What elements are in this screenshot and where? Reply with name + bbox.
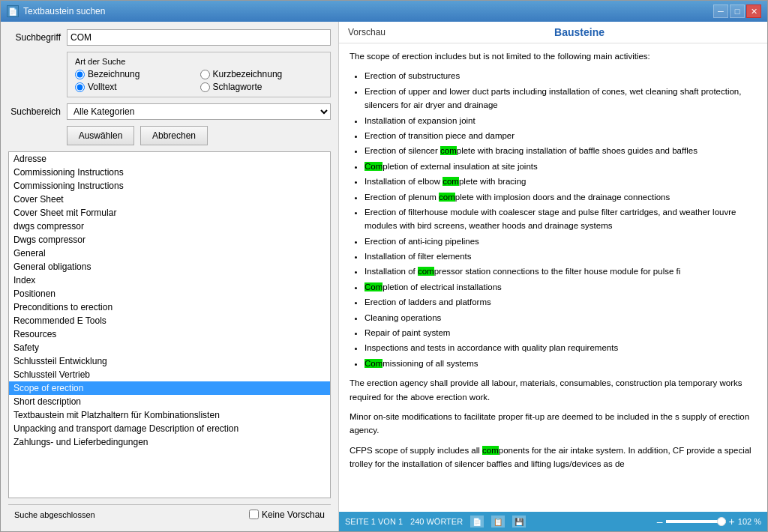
window-title: Textbaustein suchen — [23, 6, 105, 16]
list-item: Erection of ladders and platforms — [364, 295, 757, 309]
list-item[interactable]: Unpacking and transport damage Descripti… — [9, 422, 330, 435]
radio-kurzbezeichnung: Kurzbezeichnung — [200, 69, 323, 79]
bezeichnung-label: Bezeichnung — [88, 69, 140, 79]
radio-schlagworte: Schlagworte — [200, 82, 323, 92]
suchbegriff-input[interactable] — [67, 29, 331, 46]
highlight-com: Com — [364, 162, 382, 171]
suchbegriff-label: Suchbegriff — [8, 32, 61, 43]
doc-status-bar: SEITE 1 VON 1 240 WÖRTER 📄 📋 💾 – + 102 % — [339, 512, 767, 531]
zoom-value: 102 % — [738, 517, 761, 526]
radio-bezeichnung: Bezeichnung — [75, 69, 198, 79]
left-panel: Suchbegriff Art der Suche Bezeichnung Ku… — [1, 22, 338, 531]
main-window: 📄 Textbaustein suchen ─ □ ✕ Suchbegriff … — [0, 0, 768, 532]
preview-header: Vorschau Bausteine — [339, 22, 767, 43]
list-item[interactable]: Short description — [9, 395, 330, 408]
list-item[interactable]: Commissioning Instructions — [9, 166, 330, 179]
preview-content[interactable]: The scope of erection includes but is no… — [339, 43, 767, 512]
list-item[interactable]: Cover Sheet — [9, 193, 330, 206]
highlight-com: com — [442, 177, 459, 186]
list-item[interactable]: Zahlungs- und Lieferbedingungen — [9, 435, 330, 449]
zoom-slider-thumb[interactable] — [717, 517, 726, 526]
kurzbezeichnung-label: Kurzbezeichnung — [213, 69, 283, 79]
list-item: Installation of elbow complete with brac… — [364, 175, 757, 188]
preview-label: Vorschau — [348, 27, 386, 37]
list-item: Installation of filter elements — [364, 250, 757, 263]
list-item[interactable]: Positionen — [9, 287, 330, 300]
list-item: Erection of plenum complete with implosi… — [364, 190, 757, 204]
title-bar-buttons: ─ □ ✕ — [713, 4, 761, 18]
list-item: Erection of anti-icing pipelines — [364, 235, 757, 248]
app-icon: 📄 — [7, 5, 19, 17]
zoom-slider-fill — [666, 520, 720, 523]
list-item[interactable]: Safety — [9, 341, 330, 354]
auswahlen-button[interactable]: Auswählen — [67, 126, 134, 145]
list-item: Completion of electrical installations — [364, 280, 757, 294]
keine-vorschau-item: Keine Vorschau — [249, 510, 325, 520]
list-item: Inspections and tests in accordance with… — [364, 341, 757, 354]
schlagworte-label: Schlagworte — [213, 82, 262, 92]
intro-text: The scope of erection includes but is no… — [350, 49, 757, 63]
para1: The erection agency shall provide all la… — [350, 376, 757, 404]
list-item: Erection of upper and lower duct parts i… — [364, 85, 757, 112]
list-item[interactable]: Schlussteil Vertrieb — [9, 368, 330, 381]
highlight-com: com — [418, 267, 434, 276]
keine-vorschau-checkbox[interactable] — [249, 510, 259, 519]
list-item[interactable]: dwgs compressor — [9, 220, 330, 233]
list-item[interactable]: Schlussteil Entwicklung — [9, 354, 330, 368]
bullet-list: Erection of substructures Erection of up… — [364, 69, 757, 370]
list-item[interactable]: Commissioning Instructions — [9, 179, 330, 193]
zoom-minus[interactable]: – — [657, 516, 663, 528]
list-item[interactable]: Preconditions to erection — [9, 300, 330, 314]
list-item: Erection of filterhouse module with coal… — [364, 205, 757, 233]
highlight-com: Com — [364, 359, 382, 368]
suchbereich-row: Suchbereich Alle Kategorien — [8, 103, 331, 120]
item-list[interactable]: Adresse Commissioning Instructions Commi… — [8, 151, 331, 498]
abbrechen-button[interactable]: Abbrechen — [140, 126, 208, 145]
word-count: 240 WÖRTER — [410, 517, 463, 526]
suchbereich-label: Suchbereich — [8, 106, 61, 117]
list-item[interactable]: General — [9, 247, 330, 260]
bausteine-title: Bausteine — [400, 26, 758, 38]
doc-icon-1[interactable]: 📄 — [470, 516, 484, 528]
list-item: Cleaning operations — [364, 311, 757, 324]
close-button[interactable]: ✕ — [746, 4, 761, 18]
page-info: SEITE 1 VON 1 — [345, 517, 403, 526]
doc-icon-2[interactable]: 📋 — [491, 516, 505, 528]
list-item: Installation of expansion joint — [364, 114, 757, 127]
list-item[interactable]: Recommended E Tools — [9, 314, 330, 327]
zoom-bar: – + 102 % — [657, 516, 761, 528]
title-bar: 📄 Textbaustein suchen ─ □ ✕ — [1, 1, 767, 22]
list-item: Erection of transition piece and damper — [364, 129, 757, 142]
suchbegriff-row: Suchbegriff — [8, 29, 331, 46]
zoom-plus[interactable]: + — [729, 516, 735, 528]
list-item[interactable]: Textbaustein mit Platzhaltern für Kombin… — [9, 408, 330, 422]
art-der-suche-label: Art der Suche — [75, 57, 322, 66]
highlight-com: com — [439, 193, 455, 202]
suchbereich-select[interactable]: Alle Kategorien — [67, 103, 331, 120]
restore-button[interactable]: □ — [730, 4, 745, 18]
keine-vorschau-label: Keine Vorschau — [262, 510, 325, 520]
right-panel: Vorschau Bausteine The scope of erection… — [338, 22, 767, 531]
list-item: Erection of silencer complete with braci… — [364, 144, 757, 157]
title-bar-left: 📄 Textbaustein suchen — [7, 5, 105, 17]
zoom-slider[interactable] — [666, 520, 726, 523]
left-status-bar: Suche abgeschlossen Keine Vorschau — [8, 504, 331, 524]
doc-icon-3[interactable]: 💾 — [512, 516, 526, 528]
list-item-selected[interactable]: Scope of erection — [9, 381, 330, 395]
list-item[interactable]: Cover Sheet mit Formular — [9, 206, 330, 220]
status-text: Suche abgeschlossen — [14, 510, 249, 519]
radio-group: Bezeichnung Kurzbezeichnung Volltext Sch… — [75, 69, 322, 92]
minimize-button[interactable]: ─ — [713, 4, 728, 18]
content-area: Suchbegriff Art der Suche Bezeichnung Ku… — [1, 22, 767, 531]
highlight-com: Com — [364, 282, 382, 291]
highlight-com: com — [482, 446, 499, 455]
list-item[interactable]: Adresse — [9, 152, 330, 166]
para3: CFPS scope of supply includes all compon… — [350, 444, 757, 471]
list-item[interactable]: General obligations — [9, 260, 330, 273]
highlight-com: com — [440, 146, 457, 155]
list-item[interactable]: Dwgs compressor — [9, 233, 330, 247]
list-item: Repair of paint system — [364, 326, 757, 339]
list-item[interactable]: Resources — [9, 327, 330, 341]
list-item[interactable]: Index — [9, 273, 330, 287]
list-item: Installation of compressor station conne… — [364, 265, 757, 278]
